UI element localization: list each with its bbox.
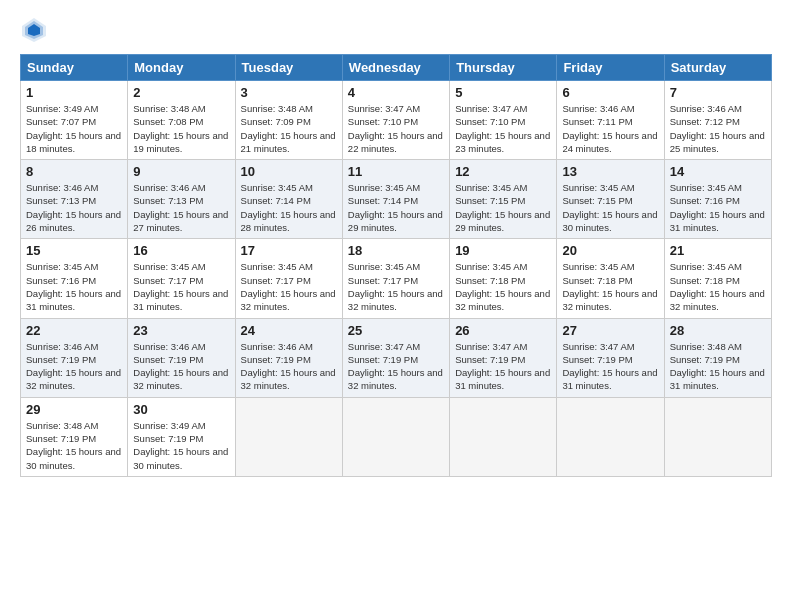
calendar-cell: 12Sunrise: 3:45 AM Sunset: 7:15 PM Dayli…: [450, 160, 557, 239]
weekday-header: Wednesday: [342, 55, 449, 81]
weekday-header: Friday: [557, 55, 664, 81]
day-number: 6: [562, 85, 658, 100]
day-number: 7: [670, 85, 766, 100]
day-number: 12: [455, 164, 551, 179]
calendar-cell: 25Sunrise: 3:47 AM Sunset: 7:19 PM Dayli…: [342, 318, 449, 397]
calendar-cell: 13Sunrise: 3:45 AM Sunset: 7:15 PM Dayli…: [557, 160, 664, 239]
weekday-header: Tuesday: [235, 55, 342, 81]
calendar-cell: [664, 397, 771, 476]
day-number: 20: [562, 243, 658, 258]
day-info: Sunrise: 3:46 AM Sunset: 7:13 PM Dayligh…: [133, 181, 229, 234]
calendar-week-row: 22Sunrise: 3:46 AM Sunset: 7:19 PM Dayli…: [21, 318, 772, 397]
day-info: Sunrise: 3:47 AM Sunset: 7:19 PM Dayligh…: [562, 340, 658, 393]
day-number: 14: [670, 164, 766, 179]
calendar-cell: 1Sunrise: 3:49 AM Sunset: 7:07 PM Daylig…: [21, 81, 128, 160]
day-number: 17: [241, 243, 337, 258]
calendar-cell: 22Sunrise: 3:46 AM Sunset: 7:19 PM Dayli…: [21, 318, 128, 397]
day-number: 21: [670, 243, 766, 258]
day-number: 26: [455, 323, 551, 338]
day-info: Sunrise: 3:45 AM Sunset: 7:16 PM Dayligh…: [26, 260, 122, 313]
day-info: Sunrise: 3:45 AM Sunset: 7:14 PM Dayligh…: [348, 181, 444, 234]
weekday-header: Sunday: [21, 55, 128, 81]
day-info: Sunrise: 3:45 AM Sunset: 7:15 PM Dayligh…: [562, 181, 658, 234]
calendar-cell: [342, 397, 449, 476]
day-info: Sunrise: 3:46 AM Sunset: 7:13 PM Dayligh…: [26, 181, 122, 234]
day-number: 1: [26, 85, 122, 100]
day-info: Sunrise: 3:45 AM Sunset: 7:18 PM Dayligh…: [455, 260, 551, 313]
calendar-week-row: 8Sunrise: 3:46 AM Sunset: 7:13 PM Daylig…: [21, 160, 772, 239]
calendar-cell: 8Sunrise: 3:46 AM Sunset: 7:13 PM Daylig…: [21, 160, 128, 239]
day-number: 19: [455, 243, 551, 258]
weekday-header: Monday: [128, 55, 235, 81]
calendar-cell: 4Sunrise: 3:47 AM Sunset: 7:10 PM Daylig…: [342, 81, 449, 160]
header-row: SundayMondayTuesdayWednesdayThursdayFrid…: [21, 55, 772, 81]
day-number: 18: [348, 243, 444, 258]
day-info: Sunrise: 3:45 AM Sunset: 7:17 PM Dayligh…: [133, 260, 229, 313]
calendar-cell: 6Sunrise: 3:46 AM Sunset: 7:11 PM Daylig…: [557, 81, 664, 160]
calendar-cell: 2Sunrise: 3:48 AM Sunset: 7:08 PM Daylig…: [128, 81, 235, 160]
calendar-cell: 23Sunrise: 3:46 AM Sunset: 7:19 PM Dayli…: [128, 318, 235, 397]
day-info: Sunrise: 3:46 AM Sunset: 7:19 PM Dayligh…: [26, 340, 122, 393]
day-info: Sunrise: 3:46 AM Sunset: 7:19 PM Dayligh…: [241, 340, 337, 393]
day-info: Sunrise: 3:45 AM Sunset: 7:15 PM Dayligh…: [455, 181, 551, 234]
day-number: 28: [670, 323, 766, 338]
day-info: Sunrise: 3:47 AM Sunset: 7:19 PM Dayligh…: [348, 340, 444, 393]
day-info: Sunrise: 3:45 AM Sunset: 7:14 PM Dayligh…: [241, 181, 337, 234]
logo-icon: [20, 16, 48, 44]
day-number: 4: [348, 85, 444, 100]
calendar-week-row: 29Sunrise: 3:48 AM Sunset: 7:19 PM Dayli…: [21, 397, 772, 476]
day-number: 15: [26, 243, 122, 258]
logo: [20, 16, 52, 44]
day-number: 30: [133, 402, 229, 417]
calendar-table: SundayMondayTuesdayWednesdayThursdayFrid…: [20, 54, 772, 477]
day-number: 23: [133, 323, 229, 338]
calendar-cell: 30Sunrise: 3:49 AM Sunset: 7:19 PM Dayli…: [128, 397, 235, 476]
day-info: Sunrise: 3:47 AM Sunset: 7:19 PM Dayligh…: [455, 340, 551, 393]
calendar-cell: 11Sunrise: 3:45 AM Sunset: 7:14 PM Dayli…: [342, 160, 449, 239]
day-info: Sunrise: 3:48 AM Sunset: 7:19 PM Dayligh…: [670, 340, 766, 393]
day-number: 2: [133, 85, 229, 100]
weekday-header: Saturday: [664, 55, 771, 81]
day-info: Sunrise: 3:46 AM Sunset: 7:19 PM Dayligh…: [133, 340, 229, 393]
calendar-cell: 28Sunrise: 3:48 AM Sunset: 7:19 PM Dayli…: [664, 318, 771, 397]
day-number: 10: [241, 164, 337, 179]
day-number: 3: [241, 85, 337, 100]
calendar-cell: 18Sunrise: 3:45 AM Sunset: 7:17 PM Dayli…: [342, 239, 449, 318]
day-number: 11: [348, 164, 444, 179]
day-info: Sunrise: 3:46 AM Sunset: 7:12 PM Dayligh…: [670, 102, 766, 155]
calendar-cell: 29Sunrise: 3:48 AM Sunset: 7:19 PM Dayli…: [21, 397, 128, 476]
calendar-cell: 16Sunrise: 3:45 AM Sunset: 7:17 PM Dayli…: [128, 239, 235, 318]
day-info: Sunrise: 3:47 AM Sunset: 7:10 PM Dayligh…: [348, 102, 444, 155]
day-number: 13: [562, 164, 658, 179]
calendar-cell: 14Sunrise: 3:45 AM Sunset: 7:16 PM Dayli…: [664, 160, 771, 239]
calendar-cell: 27Sunrise: 3:47 AM Sunset: 7:19 PM Dayli…: [557, 318, 664, 397]
calendar-cell: 24Sunrise: 3:46 AM Sunset: 7:19 PM Dayli…: [235, 318, 342, 397]
day-info: Sunrise: 3:47 AM Sunset: 7:10 PM Dayligh…: [455, 102, 551, 155]
day-number: 22: [26, 323, 122, 338]
day-info: Sunrise: 3:45 AM Sunset: 7:18 PM Dayligh…: [670, 260, 766, 313]
calendar-cell: 7Sunrise: 3:46 AM Sunset: 7:12 PM Daylig…: [664, 81, 771, 160]
calendar-cell: 21Sunrise: 3:45 AM Sunset: 7:18 PM Dayli…: [664, 239, 771, 318]
day-number: 8: [26, 164, 122, 179]
day-number: 16: [133, 243, 229, 258]
day-info: Sunrise: 3:48 AM Sunset: 7:08 PM Dayligh…: [133, 102, 229, 155]
day-number: 24: [241, 323, 337, 338]
calendar-cell: 5Sunrise: 3:47 AM Sunset: 7:10 PM Daylig…: [450, 81, 557, 160]
day-info: Sunrise: 3:45 AM Sunset: 7:17 PM Dayligh…: [241, 260, 337, 313]
calendar-cell: 26Sunrise: 3:47 AM Sunset: 7:19 PM Dayli…: [450, 318, 557, 397]
calendar-cell: 9Sunrise: 3:46 AM Sunset: 7:13 PM Daylig…: [128, 160, 235, 239]
calendar-week-row: 1Sunrise: 3:49 AM Sunset: 7:07 PM Daylig…: [21, 81, 772, 160]
calendar-page: SundayMondayTuesdayWednesdayThursdayFrid…: [0, 0, 792, 612]
calendar-cell: 3Sunrise: 3:48 AM Sunset: 7:09 PM Daylig…: [235, 81, 342, 160]
day-info: Sunrise: 3:49 AM Sunset: 7:19 PM Dayligh…: [133, 419, 229, 472]
day-info: Sunrise: 3:45 AM Sunset: 7:18 PM Dayligh…: [562, 260, 658, 313]
calendar-cell: [557, 397, 664, 476]
calendar-cell: 20Sunrise: 3:45 AM Sunset: 7:18 PM Dayli…: [557, 239, 664, 318]
calendar-cell: 17Sunrise: 3:45 AM Sunset: 7:17 PM Dayli…: [235, 239, 342, 318]
calendar-cell: 15Sunrise: 3:45 AM Sunset: 7:16 PM Dayli…: [21, 239, 128, 318]
day-info: Sunrise: 3:49 AM Sunset: 7:07 PM Dayligh…: [26, 102, 122, 155]
weekday-header: Thursday: [450, 55, 557, 81]
calendar-cell: 10Sunrise: 3:45 AM Sunset: 7:14 PM Dayli…: [235, 160, 342, 239]
page-header: [20, 16, 772, 44]
calendar-cell: 19Sunrise: 3:45 AM Sunset: 7:18 PM Dayli…: [450, 239, 557, 318]
